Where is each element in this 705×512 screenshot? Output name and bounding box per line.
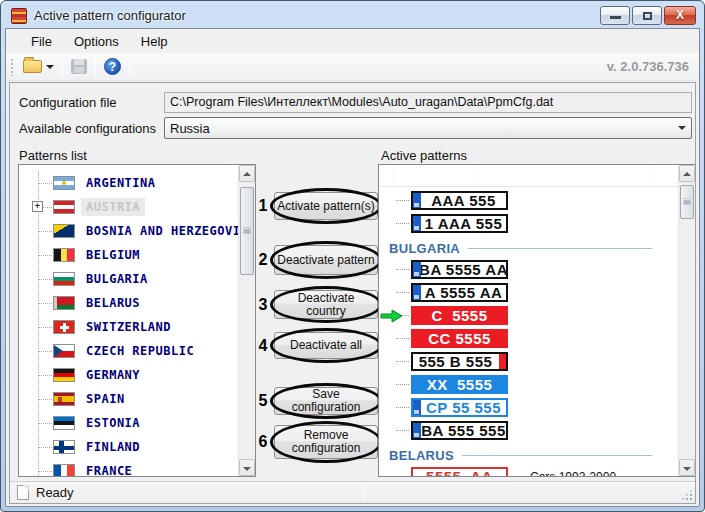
tree-item-switzerland[interactable]: SWITZERLAND <box>19 315 238 339</box>
pattern-row-a-5555-aa[interactable]: A 5555 AA <box>379 283 678 302</box>
tree-item-austria[interactable]: +AUSTRIA <box>19 195 238 219</box>
column-separator <box>393 167 394 184</box>
license-plate-pattern[interactable]: 1 AAA 555 <box>411 214 508 233</box>
save-button[interactable] <box>68 55 90 79</box>
status-separator <box>364 485 365 500</box>
active-patterns-label: Active patterns <box>381 148 467 163</box>
country-name: SWITZERLAND <box>81 318 176 336</box>
group-rule <box>468 248 652 249</box>
help-button[interactable]: ? <box>101 55 124 79</box>
country-name: CZECH REPUBLIC <box>81 342 199 360</box>
scroll-down-button[interactable] <box>679 459 695 476</box>
active-patterns-scrollbar[interactable] <box>678 165 695 476</box>
configuration-file-label: Configuration file <box>19 95 117 110</box>
app-window: Active pattern configurator X FileOption… <box>0 0 705 512</box>
annotation-number-1: 1 <box>254 197 272 215</box>
license-plate-pattern[interactable]: 5555 AA <box>411 467 508 476</box>
toolbar-grip <box>10 58 15 76</box>
annotation-number-6: 6 <box>254 433 272 451</box>
pattern-row-xx-5555[interactable]: XX 5555 <box>379 375 678 394</box>
scroll-up-button[interactable] <box>239 165 255 182</box>
tree-item-germany[interactable]: GERMANY <box>19 363 238 387</box>
bulgaria-flag-icon <box>53 272 75 286</box>
tree-item-finland[interactable]: FINLAND <box>19 435 238 459</box>
country-name: GERMANY <box>81 366 145 384</box>
tree-item-bosnia-and-herzegovina[interactable]: BOSNIA AND HERZEGOVINA <box>19 219 238 243</box>
czech-flag-icon <box>53 344 75 358</box>
license-plate-pattern[interactable]: XX 5555 <box>411 375 508 394</box>
menu-bar: FileOptionsHelp <box>6 29 699 53</box>
pattern-row-555-b-555[interactable]: 555 B 555 <box>379 352 678 371</box>
pattern-row-1-aaa-555[interactable]: 1 AAA 555 <box>379 214 678 233</box>
pattern-row-cp-55-555[interactable]: CP 55 555 <box>379 398 678 417</box>
arrow-up-icon <box>683 172 691 176</box>
group-rule <box>462 455 652 456</box>
license-plate-pattern[interactable]: BA 555 555 <box>411 421 508 440</box>
scroll-up-button[interactable] <box>679 165 695 182</box>
resize-grip-icon[interactable] <box>681 489 693 501</box>
scrollbar-thumb[interactable] <box>240 187 254 275</box>
maximize-button[interactable] <box>632 6 662 25</box>
save-configuration-button[interactable]: Save configuration <box>274 387 378 415</box>
configuration-file-field[interactable]: C:\Program Files\Интеллект\Modules\Auto_… <box>164 92 692 113</box>
license-plate-pattern[interactable]: AAA 555 <box>411 191 508 210</box>
menu-file[interactable]: File <box>20 31 63 52</box>
license-plate-pattern[interactable]: CC 5555 <box>411 329 508 348</box>
pattern-row-aaa-555[interactable]: AAA 555 <box>379 191 678 210</box>
configuration-section: Configuration file C:\Program Files\Инте… <box>10 83 695 144</box>
patterns-tree-scrollbar[interactable] <box>238 165 255 476</box>
pattern-description: Cars 1992-2000 <box>530 470 616 477</box>
license-plate-pattern[interactable]: 555 B 555 <box>411 352 508 371</box>
expand-icon[interactable]: + <box>32 201 43 212</box>
dropdown-selected-value: Russia <box>170 121 210 136</box>
tree-item-belarus[interactable]: BELARUS <box>19 291 238 315</box>
tree-item-spain[interactable]: SPAIN <box>19 387 238 411</box>
argentina-flag-icon <box>53 176 75 190</box>
activate-pattern-s-button[interactable]: Activate pattern(s) <box>274 192 378 220</box>
menu-options[interactable]: Options <box>63 31 130 52</box>
pattern-row-ba-555-555[interactable]: BA 555 555 <box>379 421 678 440</box>
country-name: ESTONIA <box>81 414 145 432</box>
scroll-down-button[interactable] <box>239 459 255 476</box>
tree-item-belgium[interactable]: BELGIUM <box>19 243 238 267</box>
list-column-header[interactable] <box>379 165 678 187</box>
tree-item-argentina[interactable]: ARGENTINA <box>19 171 238 195</box>
remove-configuration-button[interactable]: Remove configuration <box>274 425 378 459</box>
tree-item-estonia[interactable]: ESTONIA <box>19 411 238 435</box>
tree-stub-line <box>396 430 409 431</box>
status-text: Ready <box>36 485 74 500</box>
license-plate-pattern[interactable]: CP 55 555 <box>411 398 508 417</box>
country-group-header-bulgaria[interactable]: BULGARIA <box>389 241 652 256</box>
scrollbar-thumb[interactable] <box>680 185 694 219</box>
app-icon <box>11 8 27 24</box>
country-group-header-belarus[interactable]: BELARUS <box>389 448 652 463</box>
deactivate-country-button[interactable]: Deactivate country <box>274 290 378 319</box>
bosnia-flag-icon <box>53 224 75 238</box>
available-configurations-dropdown[interactable]: Russia <box>164 117 692 139</box>
tree-item-czech-republic[interactable]: CZECH REPUBLIC <box>19 339 238 363</box>
pattern-row-ba-5555-aa[interactable]: BA 5555 AA <box>379 260 678 279</box>
tree-stub-line <box>396 200 409 201</box>
minimize-button[interactable] <box>600 6 630 25</box>
deactivate-pattern-button[interactable]: Deactivate pattern <box>274 245 378 275</box>
license-plate-pattern[interactable]: C 5555 <box>411 306 508 325</box>
tree-stub-line <box>396 269 409 270</box>
open-dropdown-caret-icon <box>46 65 54 69</box>
save-icon <box>71 59 87 74</box>
deactivate-all-button[interactable]: Deactivate all <box>274 332 378 359</box>
pattern-row-5555-aa[interactable]: 5555 AACars 1992-2000 <box>379 467 678 476</box>
switzerland-flag-icon <box>53 320 75 334</box>
open-configuration-button[interactable] <box>20 55 57 79</box>
close-button[interactable]: X <box>664 6 696 25</box>
tree-stub-line <box>396 223 409 224</box>
main-area: Patterns list ARGENTINA+AUSTRIABOSNIA AN… <box>10 144 695 481</box>
tree-item-france[interactable]: FRANCE <box>19 459 238 476</box>
license-plate-pattern[interactable]: BA 5555 AA <box>411 260 508 279</box>
pattern-row-c-5555[interactable]: C 5555 <box>379 306 678 325</box>
tree-item-bulgaria[interactable]: BULGARIA <box>19 267 238 291</box>
tree-stub-line <box>396 407 409 408</box>
license-plate-pattern[interactable]: A 5555 AA <box>411 283 508 302</box>
menu-help[interactable]: Help <box>130 31 179 52</box>
pattern-row-cc-5555[interactable]: CC 5555 <box>379 329 678 348</box>
selection-arrow-icon <box>380 309 404 323</box>
